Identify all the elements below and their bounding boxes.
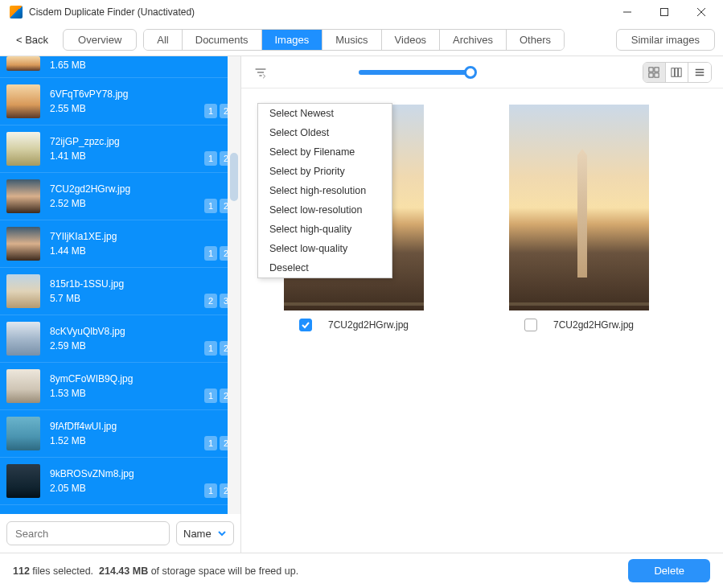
preview-image-right[interactable] — [509, 105, 649, 310]
toolbar: < Back Overview All Documents Images Mus… — [0, 24, 723, 56]
slider-fill — [359, 70, 471, 75]
file-name: 9fAfDff4wUI.jpg — [50, 421, 234, 432]
file-name: 7CU2gd2HGrw.jpg — [50, 183, 234, 195]
tab-documents[interactable]: Documents — [183, 30, 262, 50]
file-thumbnail — [6, 84, 40, 118]
file-row[interactable]: 9kBROSvZNm8.jpg2.05 MB12 — [0, 458, 240, 505]
window-title: Cisdem Duplicate Finder (Unactivated) — [29, 6, 609, 18]
context-menu-item[interactable]: Select low-quality — [258, 239, 392, 258]
context-menu-item[interactable]: Select Oldest — [258, 123, 392, 142]
sort-label: Name — [183, 528, 212, 540]
file-row[interactable]: 9fAfDff4wUI.jpg1.52 MB12 — [0, 410, 240, 458]
file-thumbnail — [6, 322, 40, 356]
status-files-text: files selected. — [32, 565, 93, 577]
similar-images-button[interactable]: Similar images — [616, 29, 715, 51]
context-menu-item[interactable]: Deselect — [258, 258, 392, 278]
tab-videos[interactable]: Videos — [382, 30, 441, 50]
filter-icon[interactable] — [253, 64, 269, 80]
delete-button[interactable]: Delete — [628, 559, 710, 582]
file-badge[interactable]: 1 — [204, 341, 217, 356]
title-bar: Cisdem Duplicate Finder (Unactivated) — [0, 0, 723, 24]
minimize-button[interactable] — [609, 0, 646, 24]
scrollbar-vertical[interactable] — [228, 56, 240, 514]
file-badge[interactable]: 1 — [204, 389, 217, 403]
status-count: 112 — [13, 565, 30, 577]
slider-thumb[interactable] — [464, 66, 477, 79]
file-badge[interactable]: 1 — [204, 483, 217, 498]
file-row[interactable]: 72ijGP_zpzc.jpg1.41 MB12 — [0, 125, 240, 173]
context-menu-item[interactable]: Select low-resolution — [258, 200, 392, 220]
view-columns-button[interactable] — [666, 63, 688, 82]
context-menu-item[interactable]: Select high-resolution — [258, 181, 392, 200]
file-thumbnail — [6, 227, 40, 261]
file-thumbnail — [6, 417, 40, 450]
svg-rect-1 — [661, 9, 668, 16]
file-row[interactable]: 8cKVyuQlbV8.jpg2.59 MB12 — [0, 315, 240, 363]
file-name: 6VFqT6vPY78.jpg — [50, 88, 234, 100]
app-icon — [10, 6, 23, 19]
file-name: 815r1b-1SSU.jpg — [50, 278, 234, 290]
file-list[interactable]: 1.65 MB6VFqT6vPY78.jpg2.55 MB1272ijGP_zp… — [0, 56, 240, 514]
tab-musics[interactable]: Musics — [322, 30, 381, 50]
svg-rect-7 — [649, 67, 653, 71]
chevron-down-icon — [217, 528, 227, 538]
file-list-panel: 1.65 MB6VFqT6vPY78.jpg2.55 MB1272ijGP_zp… — [0, 56, 241, 553]
tab-archives[interactable]: Archives — [440, 30, 507, 50]
view-mode-buttons — [643, 62, 712, 83]
zoom-slider[interactable] — [359, 70, 471, 75]
search-input[interactable] — [6, 521, 170, 545]
close-button[interactable] — [683, 0, 720, 24]
overview-button[interactable]: Overview — [63, 29, 137, 51]
view-grid-button[interactable] — [643, 63, 666, 82]
file-badge[interactable]: 1 — [204, 151, 217, 166]
back-button[interactable]: < Back — [8, 31, 56, 49]
preview-item-right: 7CU2gd2HGrw.jpg — [491, 105, 668, 331]
file-row[interactable]: 815r1b-1SSU.jpg5.7 MB23 — [0, 268, 240, 315]
context-menu-item[interactable]: Select Newest — [258, 104, 392, 123]
file-badge[interactable]: 1 — [204, 104, 217, 118]
scrollbar-thumb[interactable] — [230, 153, 238, 201]
svg-rect-13 — [679, 68, 682, 76]
sort-dropdown[interactable]: Name — [176, 521, 234, 545]
file-name: 9kBROSvZNm8.jpg — [50, 468, 234, 479]
file-row[interactable]: 7YIljKIa1XE.jpg1.44 MB12 — [0, 220, 240, 268]
file-meta: 1.65 MB — [50, 56, 234, 71]
file-thumbnail — [6, 179, 40, 213]
status-freed-text: of storage space will be freed up. — [151, 565, 298, 577]
svg-rect-9 — [649, 72, 653, 76]
svg-rect-12 — [676, 68, 679, 76]
search-row: Name — [0, 514, 240, 553]
file-name: 7YIljKIa1XE.jpg — [50, 231, 234, 242]
context-menu-item[interactable]: Select high-quality — [258, 220, 392, 239]
status-bar: 112 files selected. 214.43 MB of storage… — [0, 553, 723, 588]
context-menu-item[interactable]: Select by Priority — [258, 162, 392, 181]
file-row[interactable]: 1.65 MB — [0, 56, 240, 78]
file-badge[interactable]: 1 — [204, 199, 217, 213]
tab-others[interactable]: Others — [507, 30, 564, 50]
preview-checkbox-left[interactable] — [299, 319, 312, 331]
file-name: 8ymCFoWIB9Q.jpg — [50, 373, 234, 384]
file-badge[interactable]: 1 — [204, 246, 217, 261]
file-badge[interactable]: 1 — [204, 436, 217, 450]
preview-checkbox-right[interactable] — [524, 319, 537, 331]
file-name: 8cKVyuQlbV8.jpg — [50, 326, 234, 337]
file-row[interactable]: 7CU2gd2HGrw.jpg2.52 MB12 — [0, 173, 240, 220]
file-row[interactable]: 8ymCFoWIB9Q.jpg1.53 MB12 — [0, 363, 240, 410]
preview-header — [241, 56, 723, 88]
file-name: 72ijGP_zpzc.jpg — [50, 136, 234, 147]
status-size: 214.43 MB — [99, 565, 148, 577]
file-row[interactable]: 6VFqT6vPY78.jpg2.55 MB12 — [0, 78, 240, 125]
view-list-button[interactable] — [688, 63, 711, 82]
tab-images[interactable]: Images — [262, 30, 323, 50]
context-menu-item[interactable]: Select by Filename — [258, 142, 392, 162]
preview-filename-left: 7CU2gd2HGrw.jpg — [328, 319, 409, 331]
svg-rect-10 — [655, 72, 659, 76]
file-size: 1.65 MB — [50, 60, 234, 71]
svg-rect-8 — [655, 67, 659, 71]
preview-filename-right: 7CU2gd2HGrw.jpg — [553, 319, 634, 331]
file-thumbnail — [6, 369, 40, 403]
file-badge[interactable]: 2 — [204, 294, 217, 308]
context-menu: Select NewestSelect OldestSelect by File… — [257, 103, 392, 278]
tab-all[interactable]: All — [144, 30, 182, 50]
maximize-button[interactable] — [646, 0, 683, 24]
